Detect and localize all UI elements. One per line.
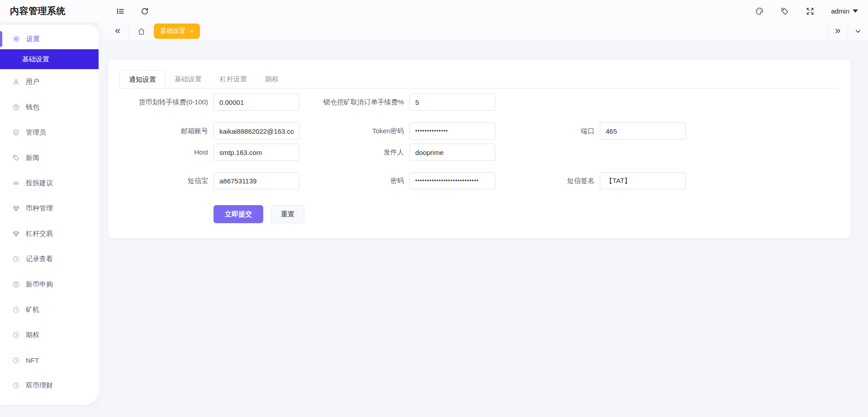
dollar-circle-icon	[12, 281, 20, 288]
sidebar-subitem-basic-settings[interactable]: 基础设置	[0, 49, 99, 69]
tab-notification-settings[interactable]: 通知设置	[119, 70, 166, 88]
collapse-sidebar-icon[interactable]	[116, 7, 125, 16]
gem-icon	[12, 230, 20, 238]
sender-label: 发件人	[299, 144, 409, 161]
host-field[interactable]	[213, 144, 299, 161]
smsbao-label: 短信宝	[119, 172, 213, 189]
sms-signature-label: 短信签名	[495, 172, 600, 189]
settings-tabs: 通知设置 基础设置 杠杆设置 期权	[119, 70, 840, 89]
email-account-field[interactable]	[213, 122, 299, 140]
sidebar-item-new-coin-subscription[interactable]: 新币申购	[0, 272, 99, 297]
sidebar-item-dual-investment[interactable]: 双币理财	[0, 373, 99, 398]
history-icon	[12, 255, 20, 263]
user-icon	[12, 78, 20, 86]
port-field[interactable]	[600, 122, 686, 140]
sidebar-item-records[interactable]: 记录查看	[0, 246, 99, 272]
sidebar-item-leverage-trading[interactable]: 杠杆交易	[0, 221, 99, 246]
settings-card: 通知设置 基础设置 杠杆设置 期权 货币划转手续费(0-100) 锁仓挖矿取消订…	[109, 60, 850, 238]
close-icon[interactable]: ×	[190, 28, 194, 35]
navbar: admin	[99, 0, 868, 22]
sidebar-item-wallet[interactable]: 钱包	[0, 94, 99, 120]
sidebar-item-settings[interactable]: 设置	[0, 28, 99, 49]
user-menu[interactable]: admin	[831, 7, 858, 15]
sidebar-item-feedback[interactable]: 投拆建议	[0, 170, 99, 196]
dollar-circle-icon	[12, 103, 20, 111]
history-icon	[12, 331, 20, 339]
reset-button[interactable]: 重置	[271, 205, 304, 223]
sidebar-item-users[interactable]: 用户	[0, 69, 99, 94]
chevron-down-icon	[854, 27, 862, 35]
shield-check-icon	[12, 129, 20, 136]
sidebar-item-coin-management[interactable]: 币种管理	[0, 196, 99, 221]
tab-leverage-settings[interactable]: 杠杆设置	[211, 70, 256, 88]
email-account-label: 邮箱账号	[119, 122, 213, 140]
sidebar-item-miner[interactable]: 矿机	[0, 297, 99, 322]
active-tag-label: 基础设置	[160, 27, 185, 35]
app-title: 内容管理系统	[10, 0, 66, 22]
lock-mining-cancel-fee-field[interactable]	[409, 94, 495, 111]
top-bar: 内容管理系统 admin	[0, 0, 868, 22]
fullscreen-icon[interactable]	[806, 7, 815, 16]
sidebar-item-options[interactable]: 期权	[0, 322, 99, 347]
active-tag[interactable]: 基础设置 ×	[154, 23, 200, 39]
token-password-field[interactable]	[409, 122, 495, 140]
history-icon	[12, 356, 20, 364]
password-label: 密码	[299, 172, 409, 189]
content-area: 通知设置 基础设置 杠杆设置 期权 货币划转手续费(0-100) 锁仓挖矿取消订…	[99, 41, 868, 417]
currency-transfer-fee-field[interactable]	[213, 94, 299, 111]
tag-menu-button[interactable]	[848, 22, 868, 40]
sidebar: 设置 基础设置 用户 钱包 管理员 新闻 投拆建议 币种管理 杠杆交易 记录查看…	[0, 25, 99, 405]
sidebar-item-news[interactable]: 新闻	[0, 145, 99, 170]
submit-button[interactable]: 立即提交	[213, 205, 263, 223]
active-indicator	[0, 31, 2, 47]
port-label: 端口	[495, 122, 600, 140]
lock-mining-cancel-fee-label: 锁仓挖矿取消订单手续费%	[299, 94, 409, 111]
sidebar-item-nft[interactable]: NFT	[0, 347, 99, 373]
password-field[interactable]	[409, 172, 495, 189]
sender-field[interactable]	[409, 144, 495, 161]
username: admin	[831, 7, 849, 15]
sidebar-item-admins[interactable]: 管理员	[0, 120, 99, 145]
host-label: Host	[119, 144, 213, 161]
caret-down-icon	[853, 9, 858, 13]
currency-transfer-fee-label: 货币划转手续费(0-100)	[119, 94, 213, 111]
tag-icon	[12, 154, 20, 162]
token-password-label: Token密码	[299, 122, 409, 140]
sms-signature-field[interactable]	[600, 172, 686, 189]
gear-icon	[12, 35, 20, 43]
scroll-tags-right-button[interactable]: »	[828, 22, 848, 40]
history-icon	[12, 306, 20, 314]
scroll-tags-left-button[interactable]: «	[99, 25, 128, 38]
tag-icon[interactable]	[780, 7, 789, 16]
history-icon	[12, 382, 20, 389]
tab-options[interactable]: 期权	[256, 70, 288, 88]
link-icon	[12, 179, 20, 187]
home-icon[interactable]	[129, 27, 152, 36]
tag-bar: « 基础设置 × »	[99, 22, 868, 41]
smsbao-field[interactable]	[213, 172, 299, 189]
tab-basic-settings[interactable]: 基础设置	[166, 70, 211, 88]
gem-icon	[12, 205, 20, 212]
refresh-icon[interactable]	[140, 7, 149, 16]
palette-icon[interactable]	[755, 7, 764, 16]
